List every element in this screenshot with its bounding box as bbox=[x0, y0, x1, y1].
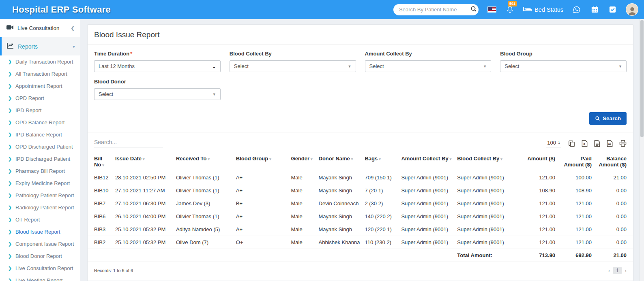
table-row: BIB626.10.2021 04:00 PMOlivier Thomas (1… bbox=[88, 210, 633, 223]
sort-icon: ▾ bbox=[379, 157, 381, 161]
sidebar-item-ipd-discharged-patient[interactable]: ❯IPD Discharged Patient bbox=[0, 153, 80, 165]
filter-blood-donor: Blood DonorSelect▼ bbox=[94, 79, 221, 100]
table-row: BIB1027.10.2021 11:27 AMOlivier Thomas (… bbox=[88, 184, 633, 197]
sort-icon: ▾ bbox=[143, 157, 145, 161]
pdf-icon[interactable]: A bbox=[607, 140, 613, 147]
next-page-icon[interactable]: › bbox=[625, 268, 627, 274]
excel-icon[interactable]: x bbox=[582, 140, 588, 147]
table-row: BIB325.10.2021 05:32 PMAditya Namdeo (5)… bbox=[88, 223, 633, 236]
sidebar-item-appointment-report[interactable]: ❯Appointment Report bbox=[0, 80, 80, 92]
sidebar-section-label: Reports bbox=[18, 43, 73, 50]
page-number[interactable]: 1 bbox=[613, 267, 622, 274]
column-header-balance-amount-: Balance Amount ($) bbox=[594, 152, 633, 171]
column-header-paid-amount-: Paid Amount ($) bbox=[558, 152, 594, 171]
sidebar-item-ot-report[interactable]: ❯OT Report bbox=[0, 213, 80, 226]
chevron-down-icon: ▾ bbox=[73, 44, 75, 49]
print-icon[interactable] bbox=[619, 140, 627, 147]
search-icon[interactable] bbox=[470, 6, 477, 14]
table-footer: Records: 1 to 6 of 6 ‹ 1 › bbox=[88, 262, 633, 281]
sidebar-item-pharmacy-bill-report[interactable]: ❯Pharmacy Bill Report bbox=[0, 165, 80, 177]
sidebar-item-expiry-medicine-report[interactable]: ❯Expiry Medicine Report bbox=[0, 177, 80, 189]
sidebar-item-opd-discharged-patient[interactable]: ❯OPD Discharged Patient bbox=[0, 140, 80, 153]
search-button-row: Search bbox=[88, 102, 633, 132]
table-search-input[interactable] bbox=[94, 138, 163, 147]
sidebar-item-daily-transaction-report[interactable]: ❯Daily Transaction Report bbox=[0, 55, 80, 68]
copy-icon[interactable] bbox=[568, 140, 575, 147]
sidebar-item-blood-donor-report[interactable]: ❯Blood Donor Report bbox=[0, 250, 80, 262]
filter-label: Time Duration* bbox=[94, 51, 221, 57]
bed-icon bbox=[523, 6, 532, 13]
sidebar-item-opd-balance-report[interactable]: ❯OPD Balance Report bbox=[0, 116, 80, 128]
sidebar-item-live-meeting-report[interactable]: ❯Live Meeting Report bbox=[0, 274, 80, 281]
blood-issue-table: Bill No▾Issue Date▾Received To▾Blood Gro… bbox=[88, 152, 633, 262]
sidebar-item-radiology-patient-report[interactable]: ❯Radiology Patient Report bbox=[0, 201, 80, 213]
filter-amount-collect-by: Amount Collect BySelect▼ bbox=[365, 51, 492, 72]
column-header-issue-date[interactable]: Issue Date▾ bbox=[113, 152, 174, 171]
sidebar-report-list: ❯Daily Transaction Report❯All Transactio… bbox=[0, 55, 80, 281]
column-header-bags[interactable]: Bags▾ bbox=[362, 152, 399, 171]
notifications-bell-icon[interactable]: 591 bbox=[505, 5, 514, 14]
sort-icon: ▾ bbox=[208, 157, 210, 161]
language-flag-icon[interactable] bbox=[487, 5, 496, 14]
chevron-right-icon: ❯ bbox=[8, 120, 15, 125]
filter-select[interactable]: Select▼ bbox=[94, 88, 221, 100]
chevron-right-icon: ❯ bbox=[8, 193, 15, 198]
column-header-blood-group[interactable]: Blood Group▾ bbox=[234, 152, 289, 171]
column-header-bill-no[interactable]: Bill No▾ bbox=[88, 152, 113, 171]
sidebar-item-live-consultation-report[interactable]: ❯Live Consultation Report bbox=[0, 262, 80, 274]
sidebar-collapse-icon[interactable]: ❮ bbox=[71, 25, 75, 31]
calendar-icon[interactable] bbox=[590, 5, 599, 14]
main-content: Blood Issue Report Time Duration*Last 12… bbox=[80, 19, 644, 281]
column-header-amount-collect-by[interactable]: Amount Collect By▾ bbox=[399, 152, 455, 171]
header-actions: 591 Bed Status bbox=[393, 3, 638, 16]
filter-select[interactable]: Last 12 Months⌄ bbox=[94, 60, 221, 72]
column-header-gender[interactable]: Gender▾ bbox=[289, 152, 316, 171]
tasks-check-icon[interactable] bbox=[608, 5, 617, 14]
chevron-right-icon: ❯ bbox=[8, 278, 15, 281]
chevron-right-icon: ❯ bbox=[8, 181, 15, 186]
filter-label: Blood Group bbox=[500, 51, 627, 57]
search-button[interactable]: Search bbox=[589, 112, 627, 125]
filter-label: Blood Donor bbox=[94, 79, 221, 85]
scrollbar-thumb[interactable] bbox=[640, 20, 644, 137]
svg-text:A: A bbox=[608, 143, 610, 145]
filter-select[interactable]: Select▼ bbox=[230, 60, 356, 72]
chevron-right-icon: ❯ bbox=[8, 59, 15, 64]
chevron-down-icon: ⤵︎ bbox=[558, 140, 560, 145]
sidebar-item-opd-report[interactable]: ❯OPD Report bbox=[0, 92, 80, 104]
page-size-select[interactable]: 100⤵︎ bbox=[546, 140, 561, 147]
column-header-donor-name[interactable]: Donor Name▾ bbox=[316, 152, 363, 171]
sidebar-item-blood-issue-report[interactable]: ❯Blood Issue Report bbox=[0, 226, 80, 238]
prev-page-icon[interactable]: ‹ bbox=[608, 268, 610, 274]
csv-icon[interactable] bbox=[594, 140, 600, 147]
sort-icon: ▾ bbox=[311, 157, 313, 161]
bed-status-button[interactable]: Bed Status bbox=[523, 6, 563, 13]
user-avatar[interactable] bbox=[626, 3, 638, 16]
vertical-scrollbar[interactable] bbox=[640, 19, 644, 281]
column-header-blood-collect-by[interactable]: Blood Collect By▾ bbox=[455, 152, 519, 171]
whatsapp-icon[interactable] bbox=[572, 5, 581, 14]
sidebar-item-ipd-report[interactable]: ❯IPD Report bbox=[0, 104, 80, 116]
patient-search-input[interactable] bbox=[399, 6, 470, 13]
chevron-right-icon: ❯ bbox=[8, 229, 15, 234]
sort-icon: ▾ bbox=[450, 157, 452, 161]
export-buttons: x A bbox=[568, 140, 627, 147]
chevron-right-icon: ❯ bbox=[8, 156, 15, 162]
filter-select[interactable]: Select▼ bbox=[365, 60, 492, 72]
sidebar-section-reports[interactable]: Reports ▾ bbox=[0, 37, 80, 55]
sidebar-item-ipd-balance-report[interactable]: ❯IPD Balance Report bbox=[0, 128, 80, 140]
column-header-received-to[interactable]: Received To▾ bbox=[174, 152, 234, 171]
chevron-right-icon: ❯ bbox=[8, 241, 15, 247]
chevron-down-icon: ▼ bbox=[483, 64, 487, 68]
chart-line-icon bbox=[7, 43, 14, 50]
filter-select[interactable]: Select▼ bbox=[500, 60, 627, 72]
sidebar-item-component-issue-report[interactable]: ❯Component Issue Report bbox=[0, 238, 80, 250]
filter-label: Amount Collect By bbox=[365, 51, 492, 57]
sidebar-item-all-transaction-report[interactable]: ❯All Transaction Report bbox=[0, 68, 80, 80]
filter-section: Time Duration*Last 12 Months⌄Blood Colle… bbox=[88, 45, 633, 102]
sidebar-item-live-consultation[interactable]: Live Consultation ❮ bbox=[0, 19, 80, 37]
patient-search[interactable] bbox=[393, 4, 479, 15]
report-card: Blood Issue Report Time Duration*Last 12… bbox=[87, 24, 633, 281]
table-row: BIB727.10.2021 06:30 PMJames Dev (3)B+Ma… bbox=[88, 197, 633, 210]
sidebar-item-pathology-patient-report[interactable]: ❯Pathology Patient Report bbox=[0, 189, 80, 201]
